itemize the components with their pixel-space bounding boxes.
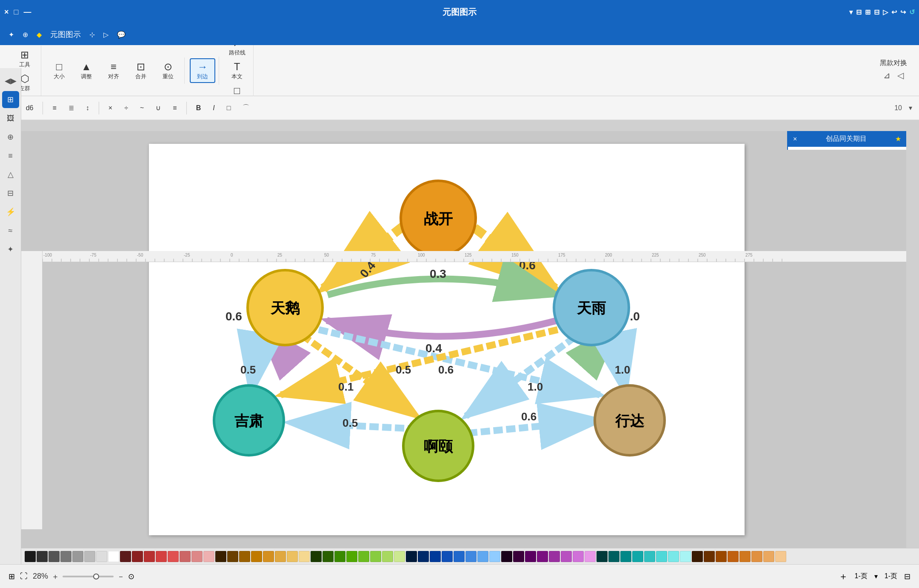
color-swatch[interactable] (537, 551, 548, 562)
color-swatch[interactable] (704, 551, 715, 562)
color-swatch[interactable] (84, 551, 95, 562)
window-controls[interactable]: × □ — (4, 8, 31, 17)
color-swatch[interactable] (37, 551, 48, 562)
t2-tilde[interactable]: ~ (137, 103, 146, 113)
color-swatch[interactable] (549, 551, 560, 562)
t2-box[interactable]: □ (224, 103, 234, 113)
color-swatch[interactable] (442, 551, 453, 562)
color-swatch[interactable] (239, 551, 250, 562)
color-swatch[interactable] (430, 551, 441, 562)
color-swatch[interactable] (763, 551, 774, 562)
color-swatch[interactable] (108, 551, 119, 562)
color-swatch[interactable] (215, 551, 226, 562)
color-swatch[interactable] (620, 551, 631, 562)
arrow-btn[interactable]: → 到边 (190, 58, 215, 83)
sidebar-connect[interactable]: ⚡ (2, 203, 19, 220)
color-swatch[interactable] (370, 551, 381, 562)
color-swatch[interactable] (25, 551, 36, 562)
color-swatch[interactable] (132, 551, 143, 562)
color-swatch[interactable] (323, 551, 334, 562)
reset-btn[interactable]: ⊙ 重位 (155, 59, 181, 82)
mini-tool-1[interactable]: ✦ (9, 31, 14, 39)
color-swatch[interactable] (680, 551, 691, 562)
sidebar-expand[interactable]: ◀▶ (2, 72, 19, 89)
color-swatch[interactable] (180, 551, 191, 562)
color-swatch[interactable] (585, 551, 596, 562)
color-swatch[interactable] (382, 551, 393, 562)
color-swatch[interactable] (168, 551, 179, 562)
color-swatch[interactable] (418, 551, 429, 562)
t2-font-d6[interactable]: d6 (23, 103, 36, 113)
zoom-thumb[interactable] (93, 574, 99, 579)
mini-tool-3[interactable]: ◆ (37, 31, 42, 39)
t2-arc[interactable]: ⌒ (240, 102, 252, 114)
color-swatch[interactable] (775, 551, 786, 562)
font-down[interactable]: ▾ (909, 104, 912, 112)
color-swatch[interactable] (656, 551, 667, 562)
t2-div[interactable]: ÷ (122, 103, 131, 113)
canvas-page[interactable]: 0.4 0.6 0.3 0.4 0.6 (149, 144, 745, 535)
color-swatch[interactable] (573, 551, 584, 562)
color-swatch[interactable] (287, 551, 298, 562)
color-swatch[interactable] (96, 551, 107, 562)
zoom-slider[interactable] (63, 576, 114, 577)
sidebar-images[interactable]: 🖼 (2, 110, 19, 127)
mini-tool-2[interactable]: ⊕ (23, 31, 28, 39)
layout-icon[interactable]: ⊟ (904, 572, 910, 581)
color-swatch[interactable] (525, 551, 536, 562)
size-btn[interactable]: □ 大小 (46, 59, 72, 82)
color-swatch[interactable] (739, 551, 751, 562)
color-swatch[interactable] (668, 551, 679, 562)
t2-mult[interactable]: × (106, 103, 115, 113)
color-swatch[interactable] (144, 551, 155, 562)
t2-union[interactable]: ∪ (153, 103, 163, 113)
color-swatch[interactable] (596, 551, 608, 562)
t2-list[interactable]: ≣ (66, 103, 77, 113)
color-swatch[interactable] (751, 551, 762, 562)
t2-indent[interactable]: ↕ (83, 103, 92, 113)
color-swatch[interactable] (728, 551, 739, 562)
text-btn[interactable]: T 本文 (224, 59, 250, 82)
color-swatch[interactable] (227, 551, 238, 562)
canvas-area[interactable]: // ruler marks drawn via JS below -100-7… (21, 131, 906, 553)
color-swatch[interactable] (72, 551, 83, 562)
t2-align-left[interactable]: ≡ (50, 103, 59, 113)
color-swatch[interactable] (299, 551, 310, 562)
tool-btn-1[interactable]: ⊞ 工具 (12, 47, 37, 70)
sidebar-table[interactable]: ⊟ (2, 185, 19, 202)
mini-tool-4[interactable]: ⊹ (89, 31, 95, 39)
color-swatch[interactable] (156, 551, 167, 562)
color-swatch[interactable] (263, 551, 274, 562)
color-swatch[interactable] (477, 551, 488, 562)
color-swatch[interactable] (203, 551, 214, 562)
format-icon-2[interactable]: ◁ (896, 69, 905, 82)
mini-tool-5[interactable]: ▷ (103, 31, 108, 39)
color-swatch[interactable] (120, 551, 131, 562)
color-swatch[interactable] (311, 551, 322, 562)
expand-icon[interactable]: ⊞ (9, 572, 15, 581)
color-swatch[interactable] (191, 551, 203, 562)
min-btn[interactable]: — (23, 8, 31, 17)
color-swatch[interactable] (251, 551, 262, 562)
color-swatch[interactable] (49, 551, 60, 562)
color-swatch[interactable] (358, 551, 369, 562)
align-btn[interactable]: ≡ 对齐 (101, 59, 126, 82)
fullscreen-icon[interactable]: ⛶ (20, 572, 28, 581)
color-swatch[interactable] (454, 551, 465, 562)
zoom-out-btn[interactable]: － (117, 571, 125, 582)
color-swatch[interactable] (716, 551, 727, 562)
add-page-btn[interactable]: ＋ (839, 570, 848, 583)
color-swatch[interactable] (644, 551, 655, 562)
sidebar-list[interactable]: ≡ (2, 147, 19, 164)
color-swatch[interactable] (465, 551, 477, 562)
sidebar-star[interactable]: ✦ (2, 241, 19, 258)
t2-lines[interactable]: ≡ (170, 103, 179, 113)
color-swatch[interactable] (608, 551, 619, 562)
icon-btn[interactable]: □ (14, 8, 19, 17)
color-swatch[interactable] (561, 551, 572, 562)
sidebar-shapes[interactable]: ⊞ (2, 91, 19, 108)
color-swatch[interactable] (406, 551, 417, 562)
format-icon-1[interactable]: ⊿ (882, 69, 892, 82)
adjust-btn[interactable]: ▲ 调整 (74, 59, 99, 82)
close-btn[interactable]: × (4, 8, 9, 17)
